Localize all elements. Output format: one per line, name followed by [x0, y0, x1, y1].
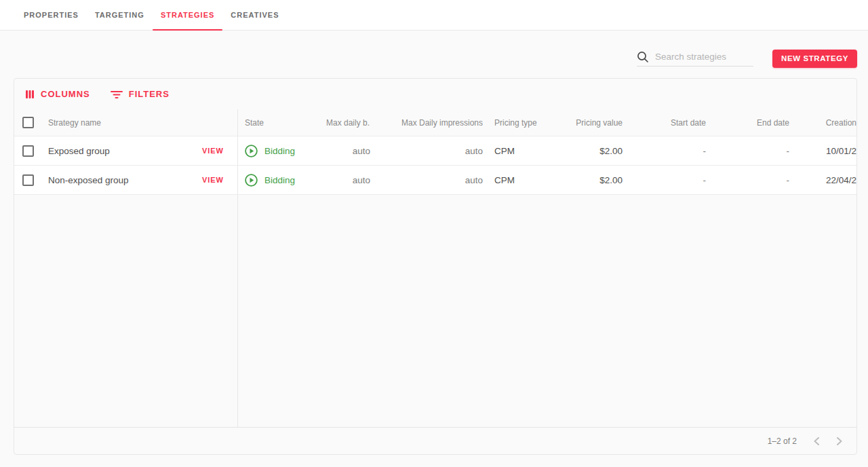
- row-checkbox[interactable]: [22, 145, 34, 157]
- max-daily-impressions-value: auto: [370, 146, 483, 156]
- pagination-range: 1–2 of 2: [768, 436, 797, 446]
- search-input[interactable]: [655, 52, 753, 62]
- table-empty-area: [14, 195, 856, 427]
- new-strategy-button[interactable]: NEW STRATEGY: [772, 50, 857, 68]
- max-daily-budget-value: auto: [326, 175, 370, 185]
- play-circle-icon: [245, 145, 258, 157]
- columns-label: COLUMNS: [41, 89, 90, 99]
- end-date-value: -: [706, 146, 789, 156]
- row-checkbox[interactable]: [22, 174, 34, 186]
- view-link[interactable]: VIEW: [202, 147, 224, 155]
- max-daily-impressions-value: auto: [370, 175, 483, 185]
- header-state[interactable]: State: [238, 118, 326, 128]
- header-end-date[interactable]: End date: [706, 118, 789, 128]
- header-creation-date[interactable]: Creation: [789, 118, 856, 128]
- select-all-checkbox[interactable]: [22, 117, 34, 128]
- pagination-bar: 1–2 of 2: [14, 427, 856, 454]
- next-page-button[interactable]: [836, 436, 843, 446]
- top-tab-bar: PROPERTIES TARGETING STRATEGIES CREATIVE…: [0, 0, 868, 31]
- filters-button[interactable]: FILTERS: [111, 89, 170, 99]
- tab-targeting[interactable]: TARGETING: [87, 0, 153, 30]
- pricing-type-value: CPM: [483, 175, 550, 185]
- table-row: Exposed group VIEW Bidding auto auto CPM…: [14, 136, 856, 166]
- max-daily-budget-value: auto: [326, 146, 370, 156]
- table-row: Non-exposed group VIEW Bidding auto auto…: [14, 166, 856, 195]
- filter-icon: [111, 90, 123, 99]
- filters-label: FILTERS: [129, 89, 170, 99]
- chevron-right-icon: [836, 436, 843, 446]
- end-date-value: -: [706, 175, 789, 185]
- tab-properties[interactable]: PROPERTIES: [16, 0, 87, 30]
- strategies-card: COLUMNS FILTERS Strategy name State Max …: [14, 78, 857, 455]
- header-pricing-value[interactable]: Pricing value: [550, 118, 623, 128]
- header-start-date[interactable]: Start date: [623, 118, 706, 128]
- start-date-value: -: [623, 146, 706, 156]
- view-link[interactable]: VIEW: [202, 176, 224, 184]
- play-circle-icon: [245, 174, 258, 187]
- search-icon: [637, 51, 649, 63]
- start-date-value: -: [623, 175, 706, 185]
- table-header-row: Strategy name State Max daily b... Max D…: [14, 109, 856, 136]
- strategy-name: Non-exposed group: [48, 175, 202, 185]
- columns-button[interactable]: COLUMNS: [25, 89, 90, 99]
- state-badge: Bidding: [264, 146, 295, 156]
- previous-page-button[interactable]: [813, 436, 820, 446]
- state-badge: Bidding: [264, 175, 295, 185]
- table-toolbar: COLUMNS FILTERS: [14, 79, 856, 109]
- actions-row: NEW STRATEGY: [14, 49, 857, 68]
- header-strategy-name[interactable]: Strategy name: [48, 118, 237, 128]
- search-box[interactable]: [637, 51, 753, 67]
- chevron-left-icon: [813, 436, 820, 446]
- pricing-value: $2.00: [550, 146, 623, 156]
- header-max-daily-impressions[interactable]: Max Daily impressions: [370, 118, 483, 128]
- header-pricing-type[interactable]: Pricing type: [483, 118, 550, 128]
- strategy-name: Exposed group: [48, 146, 202, 156]
- creation-date-value: 10/01/2: [789, 146, 856, 156]
- creation-date-value: 22/04/2: [789, 175, 856, 185]
- pricing-type-value: CPM: [483, 146, 550, 156]
- columns-icon: [25, 90, 35, 99]
- tab-strategies[interactable]: STRATEGIES: [153, 0, 222, 30]
- header-max-daily-budget[interactable]: Max daily b...: [326, 118, 370, 128]
- pricing-value: $2.00: [550, 175, 623, 185]
- tab-creatives[interactable]: CREATIVES: [222, 0, 287, 30]
